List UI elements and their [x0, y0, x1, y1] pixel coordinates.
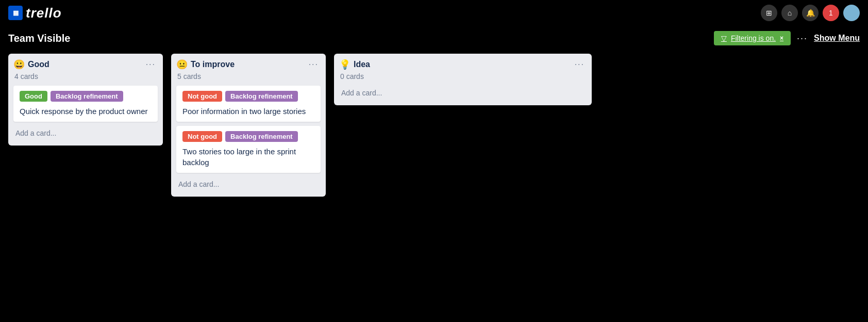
- card-labels-good-0: GoodBacklog refinement: [20, 91, 152, 102]
- list-menu-button-good[interactable]: ···: [144, 60, 158, 69]
- add-card-to-improve[interactable]: Add a card...: [176, 177, 321, 191]
- list-emoji-idea: 💡: [339, 59, 350, 70]
- board-ellipsis-button[interactable]: ···: [797, 33, 808, 44]
- card-to-improve-0[interactable]: Not goodBacklog refinementPoor informati…: [176, 86, 321, 122]
- board-header-actions: ▽ Filtering is on. × ··· Show Menu: [714, 31, 860, 45]
- list-menu-button-idea[interactable]: ···: [573, 60, 587, 69]
- card-label-good-0-1: Backlog refinement: [51, 91, 123, 102]
- add-card-idea[interactable]: Add a card...: [339, 86, 587, 100]
- list-title-idea: 💡Idea: [339, 59, 370, 70]
- list-header-to-improve: 😐To improve···: [176, 59, 321, 70]
- card-good-0[interactable]: GoodBacklog refinementQuick response by …: [13, 86, 158, 122]
- filter-label: Filtering is on.: [731, 34, 776, 42]
- list-title-text-good: Good: [28, 60, 49, 69]
- list-menu-button-to-improve[interactable]: ···: [307, 60, 321, 69]
- card-label-good-0-0: Good: [20, 91, 47, 102]
- card-text-to-improve-0: Poor information in two large stories: [182, 106, 314, 117]
- list-idea: 💡Idea···0 cardsAdd a card...: [334, 54, 592, 105]
- add-card-good[interactable]: Add a card...: [13, 126, 158, 140]
- card-label-to-improve-1-0: Not good: [182, 131, 222, 142]
- home-icon-button[interactable]: ⌂: [781, 5, 798, 21]
- list-header-good: 😀Good···: [13, 59, 158, 70]
- card-text-to-improve-1: Two stories too large in the sprint back…: [182, 146, 314, 168]
- board-title: Team Visible: [8, 33, 70, 44]
- list-title-good: 😀Good: [13, 59, 49, 70]
- bell-icon-button[interactable]: 🔔: [802, 5, 819, 21]
- filter-badge-button[interactable]: ▽ Filtering is on. ×: [714, 31, 791, 45]
- list-title-to-improve: 😐To improve: [176, 59, 235, 70]
- show-menu-button[interactable]: Show Menu: [814, 34, 860, 43]
- list-to-improve: 😐To improve···5 cardsNot goodBacklog ref…: [171, 54, 326, 197]
- app-header: ▦ trello ⊞ ⌂ 🔔 1: [0, 0, 868, 26]
- list-count-good: 4 cards: [13, 72, 158, 81]
- list-title-text-to-improve: To improve: [191, 60, 235, 69]
- list-emoji-to-improve: 😐: [176, 59, 188, 70]
- filter-icon: ▽: [721, 34, 727, 42]
- logo-icon: ▦: [8, 6, 23, 20]
- card-label-to-improve-0-1: Backlog refinement: [225, 91, 298, 102]
- card-labels-to-improve-1: Not goodBacklog refinement: [182, 131, 314, 142]
- card-to-improve-1[interactable]: Not goodBacklog refinementTwo stories to…: [176, 126, 321, 173]
- notification-badge-button[interactable]: 1: [823, 5, 839, 21]
- card-text-good-0: Quick response by the product owner: [20, 106, 152, 117]
- board-area: Team Visible ▽ Filtering is on. × ··· Sh…: [0, 26, 868, 205]
- board-icon-button[interactable]: ⊞: [761, 5, 777, 21]
- list-count-to-improve: 5 cards: [176, 72, 321, 81]
- list-header-idea: 💡Idea···: [339, 59, 587, 70]
- list-count-idea: 0 cards: [339, 72, 587, 81]
- board-header: Team Visible ▽ Filtering is on. × ··· Sh…: [8, 26, 860, 54]
- header-right: ⊞ ⌂ 🔔 1: [761, 5, 860, 21]
- avatar[interactable]: [843, 5, 860, 21]
- card-labels-to-improve-0: Not goodBacklog refinement: [182, 91, 314, 102]
- list-good: 😀Good···4 cardsGoodBacklog refinementQui…: [8, 54, 163, 146]
- list-title-text-idea: Idea: [354, 60, 370, 69]
- card-label-to-improve-1-1: Backlog refinement: [225, 131, 298, 142]
- lists-container: 😀Good···4 cardsGoodBacklog refinementQui…: [8, 54, 860, 197]
- logo-text: trello: [26, 5, 62, 21]
- list-emoji-good: 😀: [13, 59, 25, 70]
- card-label-to-improve-0-0: Not good: [182, 91, 222, 102]
- logo: ▦ trello: [8, 5, 62, 21]
- filter-close-icon[interactable]: ×: [780, 35, 783, 42]
